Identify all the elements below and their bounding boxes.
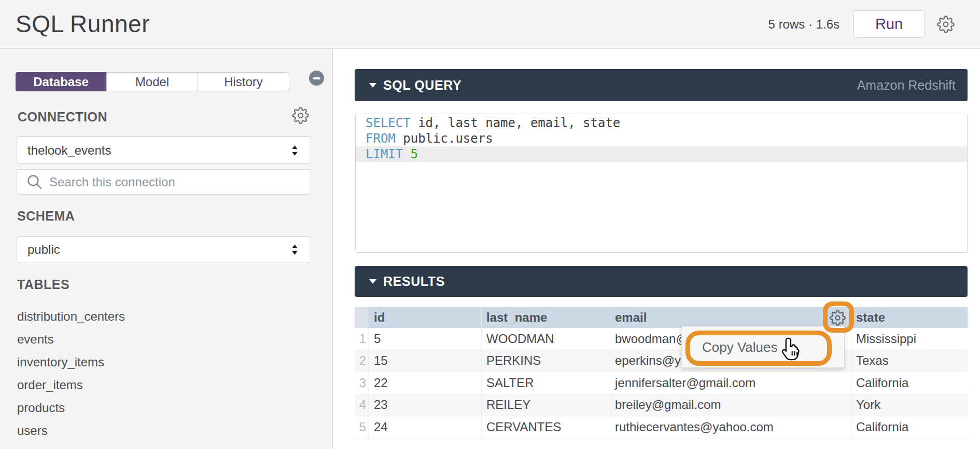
settings-gear-icon[interactable] bbox=[937, 16, 955, 33]
minus-icon bbox=[313, 77, 320, 80]
code-line: SELECT id, last_name, email, state bbox=[356, 115, 967, 131]
cell-state: California bbox=[851, 416, 968, 438]
results-table-body: 1 5 WOODMAN bwoodman@ Mississippi 2 15 P… bbox=[355, 328, 968, 438]
cell-state: Mississippi bbox=[851, 328, 968, 350]
search-input[interactable] bbox=[49, 175, 293, 189]
collapse-sidebar-button[interactable] bbox=[309, 71, 324, 86]
page-title: SQL Runner bbox=[16, 0, 150, 48]
collapse-caret-icon bbox=[369, 83, 376, 88]
results-panel-header[interactable]: RESULTS bbox=[355, 266, 968, 297]
tables-list: distribution_centers events inventory_it… bbox=[17, 305, 125, 442]
column-header-email: email bbox=[610, 307, 851, 328]
table-row: 2 15 PERKINS eperkins@ya Texas bbox=[355, 350, 968, 373]
sidebar-tabs: Database Model History bbox=[16, 72, 289, 91]
connection-select-value: thelook_events bbox=[27, 143, 111, 158]
column-header-last-name: last_name bbox=[482, 307, 610, 328]
connection-heading: CONNECTION bbox=[18, 109, 107, 125]
row-number: 2 bbox=[355, 350, 369, 372]
hand-cursor-icon bbox=[781, 337, 801, 361]
query-stats: 5 rows · 1.6s bbox=[768, 17, 839, 32]
row-number: 4 bbox=[355, 394, 369, 416]
results-table: id last_name email state 1 5 WOODMAN bwo… bbox=[355, 307, 968, 438]
cell-id: 5 bbox=[369, 328, 482, 350]
cell-id: 15 bbox=[369, 350, 482, 372]
cell-state: Texas bbox=[851, 350, 968, 372]
schema-heading: SCHEMA bbox=[17, 209, 75, 224]
code-line-active: LIMIT 5 bbox=[356, 146, 967, 162]
sql-query-panel-header[interactable]: SQL QUERY Amazon Redshift bbox=[355, 69, 968, 101]
sidebar: Database Model History CONNECTION theloo… bbox=[0, 49, 333, 449]
row-number: 3 bbox=[355, 372, 369, 394]
row-number: 1 bbox=[355, 328, 369, 350]
table-item-distribution-centers[interactable]: distribution_centers bbox=[17, 305, 125, 328]
connection-search bbox=[17, 169, 311, 195]
sql-query-panel-title: SQL QUERY bbox=[383, 78, 461, 93]
tab-history[interactable]: History bbox=[198, 73, 289, 91]
header-actions: 5 rows · 1.6s Run bbox=[768, 0, 955, 48]
row-number-header bbox=[355, 307, 369, 328]
row-number: 5 bbox=[355, 416, 369, 438]
sql-editor[interactable]: SELECT id, last_name, email, state FROM … bbox=[355, 114, 968, 253]
search-icon bbox=[26, 174, 43, 190]
results-panel-title: RESULTS bbox=[383, 274, 445, 289]
table-row: 4 23 REILEY breiley@gmail.com York bbox=[355, 394, 968, 417]
table-item-users[interactable]: users bbox=[17, 419, 125, 442]
cell-last-name: CERVANTES bbox=[482, 416, 610, 438]
up-down-arrows-icon bbox=[291, 145, 298, 156]
menu-item-copy-values[interactable]: Copy Values bbox=[686, 331, 824, 364]
cell-id: 23 bbox=[369, 394, 482, 416]
code-line: FROM public.users bbox=[356, 131, 967, 146]
tab-model[interactable]: Model bbox=[106, 73, 198, 91]
column-header-id: id bbox=[369, 307, 482, 328]
cell-id: 22 bbox=[369, 372, 482, 394]
table-row: 1 5 WOODMAN bwoodman@ Mississippi bbox=[355, 328, 968, 350]
cell-state: York bbox=[851, 394, 968, 416]
up-down-arrows-icon bbox=[291, 244, 298, 255]
schema-select[interactable]: public bbox=[17, 236, 311, 263]
cell-last-name: WOODMAN bbox=[482, 328, 610, 350]
cell-email: breiley@gmail.com bbox=[610, 394, 851, 416]
results-table-header-row: id last_name email state bbox=[355, 307, 968, 328]
connection-select[interactable]: thelook_events bbox=[17, 136, 311, 164]
column-header-state: state bbox=[851, 307, 968, 328]
cell-state: California bbox=[851, 372, 968, 394]
tables-heading: TABLES bbox=[17, 277, 69, 292]
collapse-caret-icon bbox=[369, 279, 376, 284]
cell-last-name: PERKINS bbox=[482, 350, 610, 372]
tab-database[interactable]: Database bbox=[16, 72, 106, 91]
app-header: SQL Runner 5 rows · 1.6s Run bbox=[0, 0, 980, 49]
run-button[interactable]: Run bbox=[853, 10, 925, 38]
table-item-order-items[interactable]: order_items bbox=[17, 374, 125, 396]
table-item-inventory-items[interactable]: inventory_items bbox=[17, 351, 125, 374]
cell-last-name: SALTER bbox=[482, 372, 610, 394]
table-item-events[interactable]: events bbox=[17, 328, 125, 351]
dialect-label: Amazon Redshift bbox=[857, 78, 956, 93]
cell-id: 24 bbox=[369, 416, 482, 438]
sql-runner-app: SQL Runner 5 rows · 1.6s Run Database Mo… bbox=[0, 0, 980, 466]
schema-select-value: public bbox=[27, 242, 60, 257]
connection-gear-icon[interactable] bbox=[292, 107, 309, 124]
table-row: 3 22 SALTER jennifersalter@gmail.com Cal… bbox=[355, 372, 968, 394]
cell-last-name: REILEY bbox=[482, 394, 610, 416]
table-row: 5 24 CERVANTES ruthiecervantes@yahoo.com… bbox=[355, 416, 968, 438]
table-item-products[interactable]: products bbox=[17, 396, 125, 419]
column-context-menu: Copy Values bbox=[681, 326, 845, 368]
cell-email: jennifersalter@gmail.com bbox=[610, 372, 851, 394]
cell-email: ruthiecervantes@yahoo.com bbox=[610, 416, 851, 438]
column-gear-icon[interactable] bbox=[830, 310, 846, 326]
